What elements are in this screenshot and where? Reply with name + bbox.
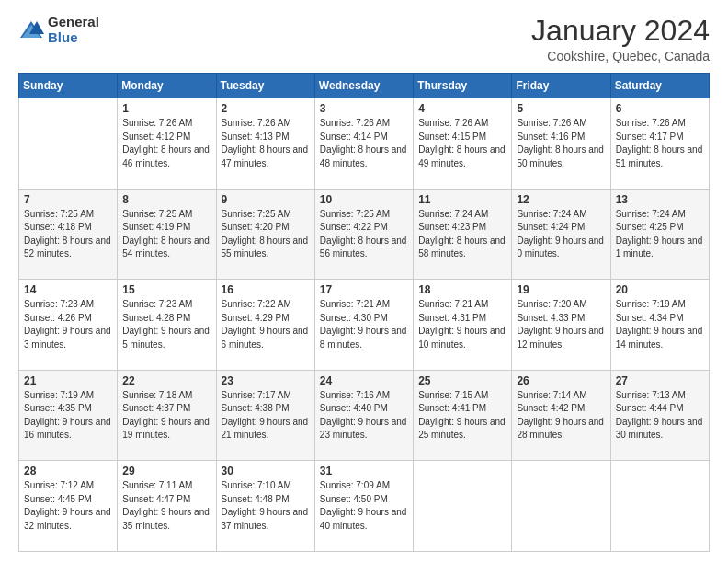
title-area: January 2024 Cookshire, Quebec, Canada xyxy=(531,15,710,63)
day-number: 14 xyxy=(24,283,112,296)
day-info: Sunrise: 7:26 AMSunset: 4:12 PMDaylight:… xyxy=(122,117,210,170)
calendar-week-4: 28Sunrise: 7:12 AMSunset: 4:45 PMDayligh… xyxy=(19,461,710,552)
calendar-cell: 26Sunrise: 7:14 AMSunset: 4:42 PMDayligh… xyxy=(512,370,610,461)
day-info: Sunrise: 7:26 AMSunset: 4:15 PMDaylight:… xyxy=(418,117,506,170)
calendar-cell xyxy=(512,461,610,552)
calendar-week-1: 7Sunrise: 7:25 AMSunset: 4:18 PMDaylight… xyxy=(19,189,710,280)
day-number: 27 xyxy=(616,374,704,387)
day-info: Sunrise: 7:25 AMSunset: 4:18 PMDaylight:… xyxy=(24,208,112,261)
day-info: Sunrise: 7:14 AMSunset: 4:42 PMDaylight:… xyxy=(517,389,605,442)
day-number: 19 xyxy=(517,283,605,296)
day-number: 6 xyxy=(616,102,704,115)
day-number: 1 xyxy=(122,102,210,115)
day-info: Sunrise: 7:23 AMSunset: 4:26 PMDaylight:… xyxy=(24,298,112,351)
calendar-cell: 4Sunrise: 7:26 AMSunset: 4:15 PMDaylight… xyxy=(414,98,512,190)
day-info: Sunrise: 7:16 AMSunset: 4:40 PMDaylight:… xyxy=(320,389,408,442)
day-info: Sunrise: 7:24 AMSunset: 4:23 PMDaylight:… xyxy=(418,208,506,261)
header: General Blue January 2024 Cookshire, Que… xyxy=(18,15,710,63)
day-number: 26 xyxy=(517,374,605,387)
calendar-cell: 22Sunrise: 7:18 AMSunset: 4:37 PMDayligh… xyxy=(118,370,216,461)
day-number: 23 xyxy=(222,374,310,387)
day-info: Sunrise: 7:26 AMSunset: 4:14 PMDaylight:… xyxy=(320,117,408,170)
day-number: 7 xyxy=(24,193,112,206)
logo-general: General xyxy=(48,15,99,30)
calendar-cell: 23Sunrise: 7:17 AMSunset: 4:38 PMDayligh… xyxy=(216,370,314,461)
day-info: Sunrise: 7:17 AMSunset: 4:38 PMDaylight:… xyxy=(222,389,310,442)
day-number: 13 xyxy=(616,193,704,206)
weekday-header-thursday: Thursday xyxy=(414,74,512,98)
calendar-cell: 6Sunrise: 7:26 AMSunset: 4:17 PMDaylight… xyxy=(610,98,709,190)
logo-icon xyxy=(18,17,44,43)
day-number: 28 xyxy=(24,465,112,477)
day-number: 8 xyxy=(122,193,210,206)
day-info: Sunrise: 7:23 AMSunset: 4:28 PMDaylight:… xyxy=(122,298,210,351)
day-info: Sunrise: 7:22 AMSunset: 4:29 PMDaylight:… xyxy=(222,298,310,351)
calendar-cell: 2Sunrise: 7:26 AMSunset: 4:13 PMDaylight… xyxy=(216,98,314,190)
day-info: Sunrise: 7:25 AMSunset: 4:20 PMDaylight:… xyxy=(222,208,310,261)
day-info: Sunrise: 7:25 AMSunset: 4:22 PMDaylight:… xyxy=(320,208,408,261)
day-info: Sunrise: 7:19 AMSunset: 4:35 PMDaylight:… xyxy=(24,389,112,442)
day-number: 9 xyxy=(222,193,310,206)
day-info: Sunrise: 7:26 AMSunset: 4:17 PMDaylight:… xyxy=(616,117,704,170)
day-info: Sunrise: 7:20 AMSunset: 4:33 PMDaylight:… xyxy=(517,298,605,351)
day-info: Sunrise: 7:13 AMSunset: 4:44 PMDaylight:… xyxy=(616,389,704,442)
calendar-cell: 27Sunrise: 7:13 AMSunset: 4:44 PMDayligh… xyxy=(610,370,709,461)
day-info: Sunrise: 7:11 AMSunset: 4:47 PMDaylight:… xyxy=(122,479,210,533)
calendar-cell: 20Sunrise: 7:19 AMSunset: 4:34 PMDayligh… xyxy=(610,280,709,371)
month-title: January 2024 xyxy=(531,15,710,47)
calendar-cell: 14Sunrise: 7:23 AMSunset: 4:26 PMDayligh… xyxy=(19,280,118,371)
day-info: Sunrise: 7:10 AMSunset: 4:48 PMDaylight:… xyxy=(222,479,310,533)
day-info: Sunrise: 7:15 AMSunset: 4:41 PMDaylight:… xyxy=(418,389,506,442)
calendar-cell xyxy=(610,461,709,552)
calendar-cell: 28Sunrise: 7:12 AMSunset: 4:45 PMDayligh… xyxy=(19,461,118,552)
day-number: 4 xyxy=(418,102,506,115)
day-info: Sunrise: 7:24 AMSunset: 4:25 PMDaylight:… xyxy=(616,208,704,261)
day-number: 12 xyxy=(517,193,605,206)
calendar-cell: 12Sunrise: 7:24 AMSunset: 4:24 PMDayligh… xyxy=(512,189,610,280)
day-number: 21 xyxy=(24,374,112,387)
calendar-cell: 16Sunrise: 7:22 AMSunset: 4:29 PMDayligh… xyxy=(216,280,314,371)
calendar-cell: 10Sunrise: 7:25 AMSunset: 4:22 PMDayligh… xyxy=(314,189,413,280)
weekday-header-wednesday: Wednesday xyxy=(314,74,413,98)
day-number: 10 xyxy=(320,193,408,206)
logo-text: General Blue xyxy=(48,15,99,45)
day-number: 31 xyxy=(320,465,408,477)
day-number: 11 xyxy=(418,193,506,206)
location: Cookshire, Quebec, Canada xyxy=(531,49,710,63)
day-info: Sunrise: 7:21 AMSunset: 4:30 PMDaylight:… xyxy=(320,298,408,351)
calendar-week-2: 14Sunrise: 7:23 AMSunset: 4:26 PMDayligh… xyxy=(19,280,710,371)
calendar-cell: 5Sunrise: 7:26 AMSunset: 4:16 PMDaylight… xyxy=(512,98,610,190)
weekday-header-sunday: Sunday xyxy=(19,74,118,98)
page: General Blue January 2024 Cookshire, Que… xyxy=(0,0,728,563)
calendar-cell: 24Sunrise: 7:16 AMSunset: 4:40 PMDayligh… xyxy=(314,370,413,461)
day-info: Sunrise: 7:24 AMSunset: 4:24 PMDaylight:… xyxy=(517,208,605,261)
day-number: 5 xyxy=(517,102,605,115)
weekday-header-friday: Friday xyxy=(512,74,610,98)
day-number: 3 xyxy=(320,102,408,115)
calendar-table: SundayMondayTuesdayWednesdayThursdayFrid… xyxy=(18,73,710,552)
calendar-cell: 3Sunrise: 7:26 AMSunset: 4:14 PMDaylight… xyxy=(314,98,413,190)
logo: General Blue xyxy=(18,15,99,45)
calendar-cell: 29Sunrise: 7:11 AMSunset: 4:47 PMDayligh… xyxy=(118,461,216,552)
day-number: 20 xyxy=(616,283,704,296)
day-info: Sunrise: 7:26 AMSunset: 4:16 PMDaylight:… xyxy=(517,117,605,170)
calendar-cell: 30Sunrise: 7:10 AMSunset: 4:48 PMDayligh… xyxy=(216,461,314,552)
day-number: 17 xyxy=(320,283,408,296)
calendar-cell: 7Sunrise: 7:25 AMSunset: 4:18 PMDaylight… xyxy=(19,189,118,280)
day-info: Sunrise: 7:19 AMSunset: 4:34 PMDaylight:… xyxy=(616,298,704,351)
day-info: Sunrise: 7:25 AMSunset: 4:19 PMDaylight:… xyxy=(122,208,210,261)
weekday-header-saturday: Saturday xyxy=(610,74,709,98)
logo-blue: Blue xyxy=(48,30,99,46)
day-number: 30 xyxy=(222,465,310,477)
calendar-week-0: 1Sunrise: 7:26 AMSunset: 4:12 PMDaylight… xyxy=(19,98,710,190)
calendar-body: 1Sunrise: 7:26 AMSunset: 4:12 PMDaylight… xyxy=(19,98,710,552)
calendar-cell xyxy=(414,461,512,552)
calendar-cell: 25Sunrise: 7:15 AMSunset: 4:41 PMDayligh… xyxy=(414,370,512,461)
calendar-cell: 15Sunrise: 7:23 AMSunset: 4:28 PMDayligh… xyxy=(118,280,216,371)
day-number: 16 xyxy=(222,283,310,296)
calendar-cell: 8Sunrise: 7:25 AMSunset: 4:19 PMDaylight… xyxy=(118,189,216,280)
calendar-cell: 1Sunrise: 7:26 AMSunset: 4:12 PMDaylight… xyxy=(118,98,216,190)
day-info: Sunrise: 7:09 AMSunset: 4:50 PMDaylight:… xyxy=(320,479,408,533)
day-info: Sunrise: 7:18 AMSunset: 4:37 PMDaylight:… xyxy=(122,389,210,442)
calendar-cell: 13Sunrise: 7:24 AMSunset: 4:25 PMDayligh… xyxy=(610,189,709,280)
